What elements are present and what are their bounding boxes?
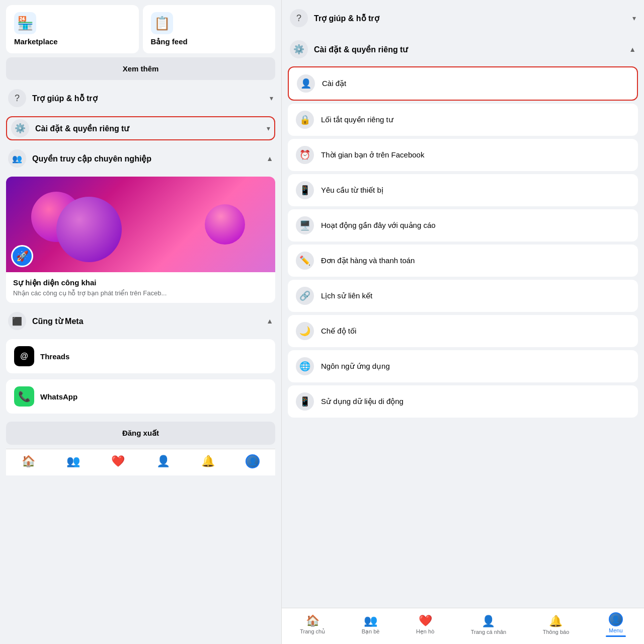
whatsapp-icon: 📞 xyxy=(14,386,34,407)
home-icon: 🏠 xyxy=(22,454,36,468)
active-indicator xyxy=(606,635,626,637)
heart-icon: ❤️ xyxy=(111,454,125,468)
nav-watch-left[interactable]: ❤️ xyxy=(111,454,125,468)
settings-loi-tat[interactable]: 🔒 Lối tắt quyền riêng tư xyxy=(288,104,638,136)
settings-items-list: 👤 Cài đặt 🔒 Lối tắt quyền riêng tư ⏰ Thờ… xyxy=(288,66,638,418)
right-help-title: Trợ giúp & hỗ trợ xyxy=(314,14,379,23)
pro-access-title: Quyền truy cập chuyên nghiệp xyxy=(32,154,151,164)
bubble2 xyxy=(56,197,122,262)
thoi-gian-label: Thời gian bạn ở trên Facebook xyxy=(321,150,424,159)
nav-profile-right[interactable]: 👤 Trang cá nhân xyxy=(471,615,507,635)
whatsapp-item[interactable]: 📞 WhatsApp xyxy=(6,379,275,414)
settings-don-dat-hang[interactable]: ✏️ Đơn đặt hàng và thanh toán xyxy=(288,245,638,277)
home-label-right: Trang chủ xyxy=(300,628,325,635)
logout-button[interactable]: Đăng xuất xyxy=(6,422,275,445)
promo-avatar: 🚀 xyxy=(11,245,33,267)
threads-label: Threads xyxy=(40,352,69,361)
nav-home-left[interactable]: 🏠 xyxy=(22,454,36,468)
shortcut-grid: 🏪 Marketplace 📋 Bảng feed xyxy=(6,5,275,53)
bubble3 xyxy=(205,204,245,245)
right-help-header[interactable]: ? Trợ giúp & hỗ trợ ▾ xyxy=(288,4,638,32)
right-content: ? Trợ giúp & hỗ trợ ▾ ⚙️ Cài đặt & quyền… xyxy=(282,0,644,608)
settings-chevron: ▾ xyxy=(267,124,270,132)
dating-label-right: Hẹn hò xyxy=(416,628,434,635)
right-help-chevron: ▾ xyxy=(632,14,636,22)
nav-bell-left[interactable]: 🔔 xyxy=(201,454,215,468)
threads-item[interactable]: @ Threads xyxy=(6,339,275,373)
lich-su-icon: 🔗 xyxy=(296,287,314,305)
right-settings-header[interactable]: ⚙️ Cài đặt & quyền riêng tư ▲ xyxy=(288,35,638,63)
yeu-cau-icon: 📱 xyxy=(296,181,314,199)
nav-menu-left[interactable]: 👤 xyxy=(246,454,260,468)
profile-icon-right: 👤 xyxy=(481,615,495,628)
threads-icon: @ xyxy=(14,346,34,366)
promo-desc: Nhận các công cụ hỗ trợ bạn phát triển t… xyxy=(13,289,268,297)
menu-avatar-right: 👤 xyxy=(609,612,623,626)
feed-label: Bảng feed xyxy=(151,37,188,46)
right-panel: ? Trợ giúp & hỗ trợ ▾ ⚙️ Cài đặt & quyền… xyxy=(282,0,644,644)
bell-label-right: Thông báo xyxy=(543,629,570,635)
hoat-dong-label: Hoạt động gần đây với quảng cáo xyxy=(321,221,436,230)
settings-ngon-ngu[interactable]: 🌐 Ngôn ngữ ứng dụng xyxy=(288,350,638,382)
also-meta-header[interactable]: ⬛ Cũng từ Meta ▲ xyxy=(6,307,275,335)
also-meta-icon: ⬛ xyxy=(8,312,26,330)
lich-su-label: Lịch sử liên kết xyxy=(321,291,372,300)
whatsapp-label: WhatsApp xyxy=(40,392,77,401)
home-icon-right: 🏠 xyxy=(306,614,319,627)
bell-icon: 🔔 xyxy=(201,454,215,468)
ngon-ngu-icon: 🌐 xyxy=(296,357,314,375)
ngon-ngu-label: Ngôn ngữ ứng dụng xyxy=(321,362,390,371)
su-dung-label: Sử dụng dữ liệu di động xyxy=(321,397,404,406)
nav-friends-right[interactable]: 👥 Bạn bè xyxy=(362,614,380,635)
nav-friends-left[interactable]: 👥 xyxy=(66,454,80,468)
help-section-header[interactable]: ? Trợ giúp & hỗ trợ ▾ xyxy=(6,84,275,112)
loi-tat-icon: 🔒 xyxy=(296,111,314,129)
pro-access-chevron: ▲ xyxy=(266,154,273,163)
help-chevron: ▾ xyxy=(270,94,273,102)
settings-yeu-cau[interactable]: 📱 Yêu cầu từ thiết bị xyxy=(288,174,638,206)
nav-profile-left[interactable]: 👤 xyxy=(156,454,170,468)
nav-bell-right[interactable]: 🔔 Thông báo xyxy=(543,615,570,635)
promo-card[interactable]: 🚀 Sự hiện diện công khai Nhận các công c… xyxy=(6,177,275,303)
don-dat-hang-label: Đơn đặt hàng và thanh toán xyxy=(321,256,415,265)
friends-label-right: Bạn bè xyxy=(362,628,380,635)
feed-icon: 📋 xyxy=(151,12,173,34)
pro-access-header[interactable]: 👥 Quyền truy cập chuyên nghiệp ▲ xyxy=(6,144,275,173)
promo-title: Sự hiện diện công khai xyxy=(13,278,268,287)
yeu-cau-label: Yêu cầu từ thiết bị xyxy=(321,186,383,195)
che-do-toi-label: Chế độ tối xyxy=(321,327,356,336)
thoi-gian-icon: ⏰ xyxy=(296,146,314,164)
right-settings-title: Cài đặt & quyền riêng tư xyxy=(314,45,408,54)
profile-icon: 👤 xyxy=(156,454,170,468)
marketplace-label: Marketplace xyxy=(14,37,58,46)
also-meta-title: Cũng từ Meta xyxy=(32,316,84,326)
nav-dating-right[interactable]: ❤️ Hẹn hò xyxy=(416,614,434,635)
marketplace-item[interactable]: 🏪 Marketplace xyxy=(6,5,139,53)
menu-avatar-left: 👤 xyxy=(246,454,260,468)
settings-cai-dat[interactable]: 👤 Cài đặt xyxy=(288,66,638,101)
settings-thoi-gian[interactable]: ⏰ Thời gian bạn ở trên Facebook xyxy=(288,139,638,171)
profile-label-right: Trang cá nhân xyxy=(471,629,507,635)
settings-hoat-dong[interactable]: 🖥️ Hoạt động gần đây với quảng cáo xyxy=(288,209,638,242)
nav-home-right[interactable]: 🏠 Trang chủ xyxy=(300,614,325,635)
settings-lich-su[interactable]: 🔗 Lịch sử liên kết xyxy=(288,280,638,312)
see-more-button[interactable]: Xem thêm xyxy=(6,57,275,80)
settings-icon: ⚙️ xyxy=(11,119,29,137)
settings-section-header[interactable]: ⚙️ Cài đặt & quyền riêng tư ▾ xyxy=(6,116,275,140)
left-panel: 🏪 Marketplace 📋 Bảng feed Xem thêm ? Trợ… xyxy=(0,0,282,644)
settings-title: Cài đặt & quyền riêng tư xyxy=(35,124,129,133)
promo-image: 🚀 xyxy=(6,177,275,272)
feed-item[interactable]: 📋 Bảng feed xyxy=(143,5,276,53)
nav-menu-right[interactable]: 👤 Menu xyxy=(606,612,626,637)
help-icon: ? xyxy=(8,89,26,107)
also-meta-chevron: ▲ xyxy=(266,317,273,325)
settings-che-do-toi[interactable]: 🌙 Chế độ tối xyxy=(288,315,638,347)
bell-icon-right: 🔔 xyxy=(549,615,562,628)
loi-tat-label: Lối tắt quyền riêng tư xyxy=(321,115,393,124)
dating-icon-right: ❤️ xyxy=(419,614,432,627)
settings-su-dung[interactable]: 📱 Sử dụng dữ liệu di động xyxy=(288,385,638,418)
right-settings-chevron: ▲ xyxy=(629,45,636,53)
friends-icon: 👥 xyxy=(66,454,80,468)
hoat-dong-icon: 🖥️ xyxy=(296,216,314,234)
cai-dat-icon: 👤 xyxy=(297,74,315,93)
